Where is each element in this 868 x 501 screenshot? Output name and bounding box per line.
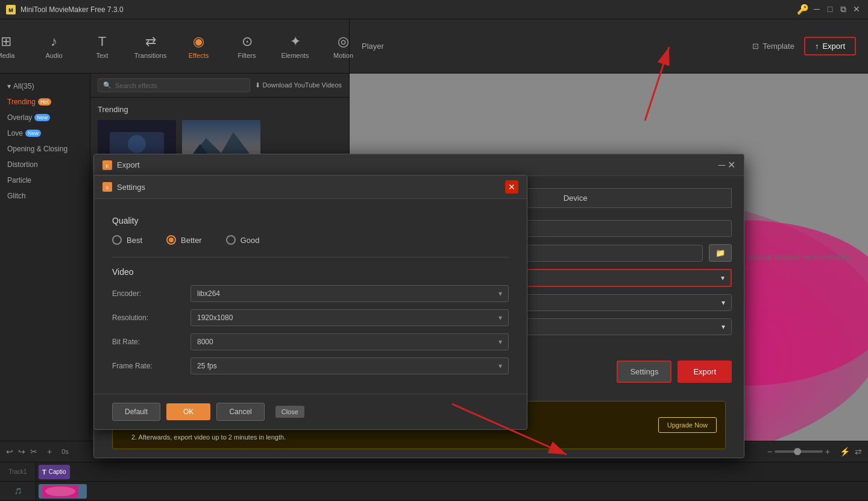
zoom-out-button[interactable]: −	[767, 447, 772, 456]
effects-section-title: Trending	[98, 105, 342, 114]
search-box[interactable]: 🔍 Search effects	[98, 78, 250, 92]
ok-button[interactable]: OK	[166, 403, 210, 420]
toolbar-text[interactable]: T Text	[78, 19, 127, 74]
motion-icon: ◎	[338, 34, 349, 49]
sidebar-item-opening[interactable]: Opening & Closing	[0, 141, 90, 157]
quality-better[interactable]: Better	[166, 235, 202, 245]
search-placeholder: Search effects	[115, 82, 157, 89]
export-action-button[interactable]: Export	[678, 361, 732, 383]
framerate-label-s: Frame Rate:	[112, 362, 184, 370]
toolbar-elements[interactable]: ✦ Elements	[271, 19, 319, 74]
title-bar: M MiniTool MovieMaker Free 7.3.0 🔑 ─ □ ⧉…	[0, 0, 868, 19]
app-icon: M	[6, 5, 16, 14]
export-dialog-icon: E	[102, 160, 112, 170]
zoom-in-button[interactable]: +	[825, 447, 830, 456]
track-labels: Track1 🎵	[0, 462, 36, 501]
settings-close-button[interactable]: ✕	[505, 180, 518, 194]
split-button[interactable]: ⚡	[840, 447, 850, 456]
close-button[interactable]: ✕	[851, 4, 862, 14]
caption-clip[interactable]: T Captio	[39, 465, 70, 479]
transitions-label: Transitions	[134, 52, 166, 59]
caption-label: Captio	[49, 468, 66, 475]
add-track-button[interactable]: +	[47, 447, 52, 456]
window-controls: 🔑 ─ □ ⧉ ✕	[797, 4, 862, 15]
sidebar-item-distortion[interactable]: Distortion	[0, 157, 90, 172]
sidebar-item-love[interactable]: Love New	[0, 125, 90, 141]
sidebar-item-trending[interactable]: Trending Hot	[0, 94, 90, 110]
export-close-button[interactable]: ✕	[728, 159, 735, 171]
filters-label: Filters	[238, 52, 256, 59]
framerate-select-s[interactable]: 25 fps ▾	[190, 358, 509, 374]
encoder-chevron-icon: ▾	[498, 289, 502, 298]
toolbar-media[interactable]: ⊞ Media	[0, 19, 30, 74]
cut-button[interactable]: ✂	[30, 447, 37, 456]
toolbar-transitions[interactable]: ⇄ Transitions	[127, 19, 175, 74]
maximize-button[interactable]: □	[825, 4, 835, 14]
download-icon: ⬇	[255, 81, 260, 89]
quality-good-radio[interactable]	[226, 235, 236, 245]
sidebar-item-overlay[interactable]: Overlay New	[0, 110, 90, 125]
encoder-select[interactable]: libx264 ▾	[190, 285, 509, 302]
svg-point-13	[45, 487, 75, 496]
sidebar-all[interactable]: ▾ All(35)	[0, 78, 90, 94]
elements-icon: ✦	[290, 34, 301, 49]
player-label: Player	[362, 42, 384, 51]
toolbar-audio[interactable]: ♪ Audio	[30, 19, 78, 74]
bitrate-field-row: Bit Rate: 8000 ▾	[112, 333, 509, 350]
svg-text:E: E	[105, 163, 108, 169]
quality-best-radio[interactable]	[112, 235, 122, 245]
resolution-chevron-icon-s: ▾	[498, 314, 502, 322]
format-chevron-icon: ▾	[721, 274, 725, 282]
settings-divider	[112, 257, 509, 257]
upgrade-button[interactable]: Upgrade Now	[658, 417, 717, 433]
flip-button[interactable]: ⇄	[855, 447, 862, 456]
settings-dialog: S Settings ✕ Quality Best Better Good	[93, 175, 527, 430]
svg-text:S: S	[105, 185, 108, 191]
minimize-button[interactable]: ─	[811, 4, 822, 14]
zoom-slider[interactable]	[775, 450, 823, 453]
settings-button[interactable]: Settings	[617, 361, 671, 383]
no-material-msg: No material selected on the timeline	[735, 253, 850, 262]
redo-button[interactable]: ↪	[18, 447, 25, 456]
filters-icon: ⊙	[242, 34, 253, 49]
default-button[interactable]: Default	[112, 403, 160, 421]
export-dialog-controls: ─ ✕	[719, 159, 735, 171]
sidebar-opening-label: Opening & Closing	[7, 145, 68, 153]
elements-label: Elements	[281, 52, 309, 59]
export-button[interactable]: ↑ Export	[804, 37, 856, 55]
video-clip[interactable]	[39, 484, 87, 499]
export-dialog-title: Export	[117, 160, 714, 169]
love-new-badge: New	[25, 130, 41, 137]
sidebar-item-particle[interactable]: Particle	[0, 172, 90, 188]
export-minimize-button[interactable]: ─	[719, 159, 725, 171]
quality-good[interactable]: Good	[226, 235, 260, 245]
resolution-field-row-s: Resolution: 1920x1080 ▾	[112, 309, 509, 326]
quality-better-radio[interactable]	[166, 235, 176, 245]
sidebar-item-glitch[interactable]: Glitch	[0, 188, 90, 204]
browse-button[interactable]: 📁	[709, 244, 732, 262]
sidebar-particle-label: Particle	[7, 176, 31, 184]
app-title: MiniTool MovieMaker Free 7.3.0	[20, 5, 792, 14]
svg-text:M: M	[8, 7, 13, 13]
undo-button[interactable]: ↩	[6, 447, 13, 456]
restore-button[interactable]: ⧉	[838, 4, 849, 14]
text-icon: T	[98, 34, 106, 49]
cancel-button[interactable]: Cancel	[216, 403, 264, 421]
overlay-new-badge: New	[34, 114, 50, 121]
resolution-value-s: 1920x1080	[197, 314, 233, 322]
resolution-select-s[interactable]: 1920x1080 ▾	[190, 309, 509, 326]
sidebar-distortion-label: Distortion	[7, 160, 38, 169]
toolbar-filters[interactable]: ⊙ Filters	[223, 19, 271, 74]
media-icon: ⊞	[1, 34, 11, 49]
bitrate-select[interactable]: 8000 ▾	[190, 333, 509, 350]
quality-best[interactable]: Best	[112, 235, 142, 245]
sidebar-overlay-label: Overlay	[7, 113, 32, 122]
effects-icon: ◉	[193, 34, 204, 49]
toolbar-items: ⊞ Media ♪ Audio T Text ⇄ Transitions ◉ E…	[0, 19, 368, 74]
video-title: Video	[112, 267, 509, 277]
toolbar-effects[interactable]: ◉ Effects	[175, 19, 223, 74]
settings-content: Quality Best Better Good Video	[94, 199, 527, 394]
download-youtube-button[interactable]: ⬇ Download YouTube Videos	[255, 81, 342, 89]
text-label: Text	[96, 52, 108, 59]
template-button[interactable]: ⊡ Template	[752, 42, 794, 51]
